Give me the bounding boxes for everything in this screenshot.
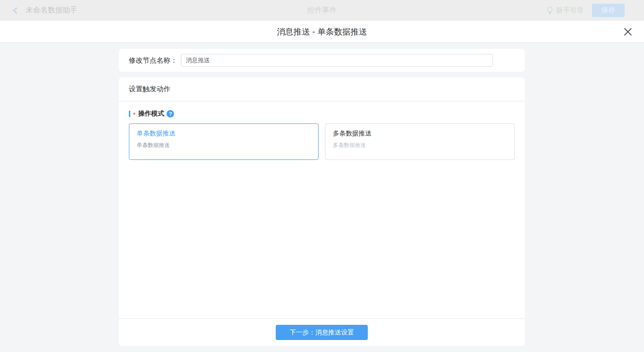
topbar-right-group: 新手引导 保存 [546,4,644,17]
guide-link[interactable]: 新手引导 [546,6,584,15]
node-name-label: 修改节点名称： [129,56,177,65]
modal-title: 消息推送 - 单条数据推送 [277,26,367,37]
modal-content: 修改节点名称： 设置触发动作 * 操作模式 ? 单条数据推送 [119,49,525,346]
lightbulb-icon [546,6,553,14]
screen: 未命名数据助手 控件事件 新手引导 保存 消息推送 - 单条数据推送 [0,0,644,352]
modal-body: 修改节点名称： 设置触发动作 * 操作模式 ? 单条数据推送 [0,43,644,352]
trigger-section-title: 设置触发动作 [119,77,525,101]
topbar-back-group[interactable]: 未命名数据助手 [0,6,77,15]
option-subtitle: 单条数据推送 [137,141,311,149]
node-name-card: 修改节点名称： [119,49,525,72]
accent-bar [129,111,130,117]
guide-label: 新手引导 [556,6,584,15]
required-asterisk: * [133,111,135,118]
option-single-push[interactable]: 单条数据推送 单条数据推送 [129,123,319,160]
trigger-action-card: 设置触发动作 * 操作模式 ? 单条数据推送 单条数据推送 [119,77,525,346]
next-step-button[interactable]: 下一步：消息推送设置 [276,325,368,340]
operation-mode-label-row: * 操作模式 ? [129,110,515,118]
close-button[interactable] [622,26,634,38]
node-name-input[interactable] [181,54,493,67]
topbar: 未命名数据助手 控件事件 新手引导 保存 [0,0,644,21]
operation-mode-label: 操作模式 [138,110,164,118]
trigger-content: * 操作模式 ? 单条数据推送 单条数据推送 多条数据推送 多条数据推送 [119,101,525,318]
option-subtitle: 多条数据推送 [333,141,507,149]
option-title: 单条数据推送 [137,129,311,138]
option-multi-push[interactable]: 多条数据推送 多条数据推送 [325,123,515,160]
close-icon [624,28,632,36]
save-button[interactable]: 保存 [592,4,625,17]
operation-mode-options: 单条数据推送 单条数据推送 多条数据推送 多条数据推送 [129,123,515,160]
modal-header: 消息推送 - 单条数据推送 [0,21,644,43]
option-title: 多条数据推送 [333,129,507,138]
app-title: 未命名数据助手 [26,6,77,15]
back-chevron-icon[interactable] [12,7,18,14]
modal-footer: 下一步：消息推送设置 [119,318,525,346]
help-icon[interactable]: ? [167,110,174,117]
